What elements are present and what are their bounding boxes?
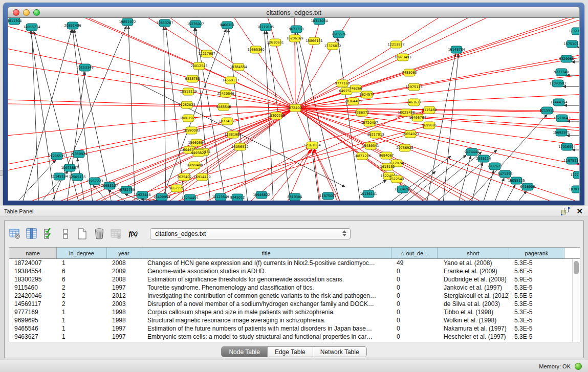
graph-node[interactable]: 11262023	[178, 101, 195, 108]
graph-node[interactable]: 9227349	[554, 69, 569, 76]
graph-node[interactable]: 9493822	[191, 149, 206, 157]
table-row[interactable]: 1872400712008Changes of HCN gene express…	[9, 259, 580, 267]
graph-node[interactable]: 12444154	[550, 99, 567, 106]
zoom-light-icon[interactable]	[33, 9, 40, 16]
graph-node[interactable]: 9465546	[216, 103, 231, 111]
tab-network-table[interactable]: Network Table	[313, 347, 366, 357]
graph-node[interactable]: 8811304	[8, 18, 21, 25]
graph-node[interactable]: 19851972	[119, 18, 136, 26]
graph-node[interactable]: 10958107	[101, 182, 118, 189]
graph-node[interactable]: 10653287	[156, 19, 173, 27]
unselect-all-icon[interactable]	[59, 228, 72, 240]
graph-node[interactable]: 7386372	[355, 109, 369, 116]
graph-node[interactable]: 12217987	[198, 50, 215, 57]
graph-node[interactable]: 15654923	[402, 130, 419, 138]
graph-node[interactable]: 9684067	[379, 152, 394, 159]
collapsed-panel-handle[interactable]	[0, 170, 3, 176]
table-row[interactable]: 969969511998Structural magnetic resonanc…	[9, 316, 580, 324]
table-row[interactable]: 911546021997Tourette syndrome. Phenomeno…	[9, 283, 580, 292]
graph-node[interactable]: 9338758	[185, 75, 200, 82]
close-panel-icon[interactable]: ✕	[576, 208, 583, 215]
network-canvas[interactable]: 8811304140557142089140619851972106532871…	[8, 18, 580, 201]
graph-node[interactable]: 16217013	[367, 131, 384, 138]
table-vertical-scrollbar[interactable]	[572, 259, 580, 342]
graph-node[interactable]: 15489341	[362, 142, 379, 149]
graph-node[interactable]: 16148784	[448, 46, 465, 53]
graph-node[interactable]: 16206169	[286, 35, 303, 42]
graph-node[interactable]: 10946822	[253, 191, 270, 199]
graph-node[interactable]: 10871296	[354, 152, 371, 160]
graph-node[interactable]: 9115460	[422, 106, 437, 114]
column-header-in_degree[interactable]: in_degree	[57, 248, 107, 258]
graph-node[interactable]: 746266	[350, 85, 362, 92]
graph-node[interactable]: 8471356	[498, 170, 513, 178]
graph-node[interactable]: 9474444	[465, 148, 480, 156]
graph-node[interactable]: 12161654	[303, 142, 320, 149]
table-settings-icon[interactable]	[9, 228, 21, 240]
graph-node[interactable]: 9777169	[335, 80, 350, 87]
close-light-icon[interactable]	[13, 9, 19, 16]
graph-node[interactable]: 2522543	[389, 176, 404, 183]
column-header-year[interactable]: year	[107, 248, 141, 258]
graph-node[interactable]: 20153346	[76, 64, 93, 71]
column-header-name[interactable]: name	[9, 248, 57, 258]
graph-node[interactable]: 20891406	[64, 22, 81, 29]
graph-node[interactable]: 16210643	[553, 115, 570, 122]
table-row[interactable]: 2242004622012Investigating the contribut…	[9, 292, 580, 300]
graph-node[interactable]: 9416906	[520, 183, 535, 190]
graph-node[interactable]: 16099488	[186, 162, 203, 169]
float-panel-icon[interactable]	[561, 208, 569, 215]
graph-node[interactable]: 15866151	[306, 37, 322, 45]
table-selector-dropdown[interactable]: citations_edges.txt	[150, 228, 351, 239]
column-header-pagerank[interactable]: pagerank	[509, 248, 564, 258]
graph-node[interactable]: 15692971	[553, 129, 570, 136]
graph-node[interactable]: 12975115	[405, 83, 422, 91]
graph-node[interactable]: 7485063	[402, 69, 417, 76]
graph-node[interactable]: 9657771	[169, 185, 184, 192]
graph-node[interactable]: 9245012	[230, 194, 245, 201]
graph-node[interactable]: 15960594	[188, 139, 205, 146]
graph-node[interactable]: 11923448	[134, 191, 150, 199]
graph-node[interactable]: 16782759	[118, 186, 135, 193]
graph-node[interactable]: 11675310	[563, 157, 580, 164]
graph-node[interactable]: 19861972	[180, 115, 197, 122]
graph-node[interactable]: 12610651	[267, 39, 284, 46]
graph-node[interactable]: 9699695	[422, 122, 437, 129]
table-row[interactable]: 946362711997Embryonic stem cells: a mode…	[9, 333, 580, 341]
graph-node[interactable]: 9466161	[220, 21, 235, 29]
graph-node[interactable]: 17334266	[394, 186, 411, 193]
graph-node[interactable]: 18518129	[180, 88, 197, 95]
graph-node[interactable]: 9329966	[559, 55, 574, 62]
graph-node[interactable]: 10975887	[61, 164, 78, 171]
graph-node[interactable]: 8215955	[540, 107, 555, 114]
table-row[interactable]: 1830029562008Estimation of significance …	[9, 275, 580, 283]
column-header-out_de[interactable]: △out_de...	[391, 248, 438, 258]
column-header-title[interactable]: title	[141, 248, 391, 258]
graph-node[interactable]: 15751074	[563, 40, 580, 48]
graph-node[interactable]: 12093582	[549, 80, 566, 87]
graph-node[interactable]: 9671358	[289, 26, 304, 33]
tab-edge-table[interactable]: Edge Table	[268, 347, 313, 357]
graph-node[interactable]: 14055714	[23, 24, 40, 31]
graph-node[interactable]: 9463627	[407, 99, 422, 106]
graph-node[interactable]: 14136141	[360, 190, 377, 198]
graph-node[interactable]: 15123549	[212, 193, 229, 201]
tab-node-table[interactable]: Node Table	[222, 347, 268, 357]
table-row[interactable]: 977716911998Corpus callosum shape and si…	[9, 308, 580, 316]
column-header-short[interactable]: short	[438, 248, 509, 258]
function-builder-icon[interactable]: f(x)	[127, 228, 139, 240]
window-titlebar[interactable]: citations_edges.txt	[8, 7, 580, 18]
table-row[interactable]: 1938455462009Genome-wide association stu…	[9, 267, 580, 275]
graph-node[interactable]: 10391313	[569, 186, 580, 193]
minimize-light-icon[interactable]	[23, 9, 30, 16]
graph-node[interactable]: 3624574	[360, 91, 375, 98]
new-table-icon[interactable]	[76, 228, 89, 240]
graph-node[interactable]: 17016504	[558, 143, 575, 150]
network-graph[interactable]: 8811304140557142089140619851972106532871…	[8, 18, 580, 201]
graph-node[interactable]: 2935114	[476, 155, 491, 162]
graph-node[interactable]: 20756928	[396, 144, 413, 151]
graph-node[interactable]: 1615152	[380, 163, 395, 170]
table-row[interactable]: 946554611997Estimation of the future num…	[9, 324, 580, 333]
graph-node[interactable]: 8819304	[288, 193, 302, 201]
select-column-icon[interactable]	[26, 228, 38, 240]
